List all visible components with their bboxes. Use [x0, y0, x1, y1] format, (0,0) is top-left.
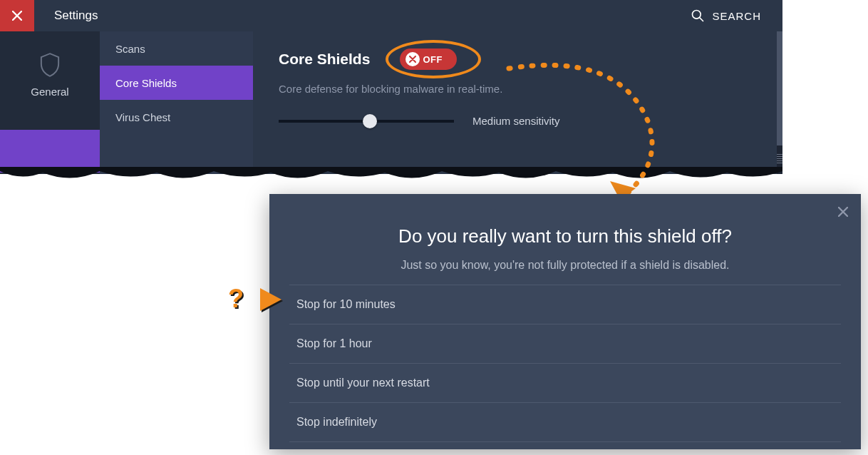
search-icon: [691, 9, 705, 23]
sensitivity-label: Medium sensitivity: [472, 115, 560, 127]
left-nav-general[interactable]: General: [31, 86, 68, 98]
toggle-container: OFF: [400, 48, 457, 70]
titlebar: Settings SEARCH: [0, 0, 782, 31]
close-icon: [12, 11, 22, 21]
close-icon: [838, 207, 848, 217]
option-stop-until-restart[interactable]: Stop until your next restart: [289, 364, 841, 403]
option-stop-indefinitely[interactable]: Stop indefinitely: [289, 403, 841, 442]
left-nav-active-tab[interactable]: [0, 130, 100, 173]
dialog-option-list: Stop for 10 minutes Stop for 1 hour Stop…: [289, 285, 841, 442]
body: General Scans Core Shields Virus Chest C…: [0, 31, 782, 174]
turn-off-shield-dialog: Do you really want to turn this shield o…: [269, 194, 861, 449]
window-title: Settings: [54, 9, 98, 23]
sensitivity-row: Medium sensitivity: [279, 115, 757, 127]
content-pane: Core Shields OFF Core defense for blocki…: [253, 31, 782, 174]
sensitivity-slider[interactable]: [279, 120, 454, 123]
x-circle-icon: [405, 52, 420, 66]
shield-icon: [39, 53, 61, 77]
search-label: SEARCH: [712, 10, 761, 22]
option-stop-10-min[interactable]: Stop for 10 minutes: [289, 285, 841, 324]
scrollbar[interactable]: [777, 31, 782, 174]
dialog-title: Do you really want to turn this shield o…: [269, 225, 861, 247]
scrollbar-thumb[interactable]: [777, 31, 782, 145]
scrollbar-grip-icon: [777, 154, 782, 164]
annotation-pointer-icon: [260, 288, 281, 311]
dialog-close-button[interactable]: [838, 204, 848, 220]
search-button[interactable]: SEARCH: [691, 9, 761, 23]
option-stop-1-hour[interactable]: Stop for 1 hour: [289, 324, 841, 364]
subnav-item-core-shields[interactable]: Core Shields: [100, 66, 253, 100]
close-button[interactable]: [0, 0, 34, 31]
sub-nav: Scans Core Shields Virus Chest: [100, 31, 253, 174]
subnav-item-scans[interactable]: Scans: [100, 31, 253, 66]
core-shields-toggle[interactable]: OFF: [400, 48, 457, 70]
slider-thumb[interactable]: [363, 114, 377, 128]
annotation-question-mark: ?: [228, 284, 244, 314]
page-title: Core Shields: [279, 51, 370, 68]
settings-window: Settings SEARCH General Scans Core Shiel…: [0, 0, 782, 174]
page-description: Core defense for blocking malware in rea…: [279, 83, 757, 95]
subnav-item-virus-chest[interactable]: Virus Chest: [100, 100, 253, 134]
toggle-state-label: OFF: [423, 54, 443, 65]
dialog-subtitle: Just so you know, you're not fully prote…: [269, 259, 861, 272]
